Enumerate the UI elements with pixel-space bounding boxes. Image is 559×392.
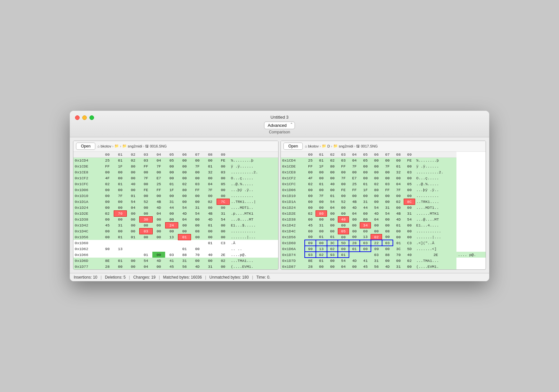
hex-cell[interactable]: 00 (382, 169, 393, 175)
hex-cell[interactable]: 00 (204, 193, 217, 199)
hex-cell[interactable]: 00 (360, 216, 371, 222)
hex-cell[interactable]: 00 (305, 216, 316, 222)
hex-cell[interactable]: 02 (178, 181, 191, 187)
hex-cell[interactable]: 00 (127, 264, 140, 269)
hex-cell[interactable]: 40 (404, 252, 415, 258)
hex-cell[interactable]: 00 (316, 205, 327, 210)
hex-cell[interactable]: 00 (327, 216, 338, 222)
hex-cell[interactable]: 13 (316, 246, 327, 252)
hex-cell[interactable]: 7F (114, 193, 126, 199)
hex-cell[interactable]: 00 (217, 205, 229, 210)
hex-cell[interactable]: 00 (152, 222, 165, 228)
hex-cell[interactable]: 00 (178, 157, 191, 163)
hex-cell[interactable]: 00 (338, 234, 349, 240)
hex-cell[interactable]: 4F (305, 175, 316, 181)
hex-cell[interactable]: 00 (327, 169, 338, 175)
hex-cell[interactable]: 04 (349, 157, 360, 163)
hex-cell[interactable]: 00 (393, 157, 404, 163)
hex-cell[interactable]: 00 (101, 205, 114, 210)
hex-cell[interactable]: 01 (165, 181, 178, 187)
hex-cell[interactable]: 90 (101, 246, 114, 252)
hex-cell[interactable]: 4D (349, 258, 360, 264)
hex-cell[interactable]: 00 (114, 175, 126, 181)
hex-cell[interactable]: 08 (382, 228, 393, 234)
hex-cell[interactable]: 03 (217, 169, 229, 175)
hex-cell[interactable]: 01 (393, 240, 404, 246)
hex-cell[interactable]: 00 (371, 157, 382, 163)
hex-cell[interactable]: 00 (393, 175, 404, 181)
hex-cell[interactable]: 25 (305, 157, 316, 163)
minimize-button[interactable] (82, 115, 87, 120)
hex-cell[interactable]: 00 (191, 157, 204, 163)
hex-cell[interactable]: 31 (114, 222, 126, 228)
hex-cell[interactable]: 00 (371, 222, 382, 228)
hex-cell[interactable]: 00 (316, 216, 327, 222)
hex-cell[interactable]: 00 (140, 169, 152, 175)
hex-cell[interactable]: 31 (371, 258, 382, 264)
hex-cell[interactable]: 40 (204, 252, 217, 258)
hex-cell[interactable]: 7F (349, 163, 360, 169)
hex-cell[interactable]: 00 (152, 252, 165, 258)
hex-cell[interactable]: 00 (217, 228, 229, 234)
hex-cell[interactable] (101, 252, 114, 258)
hex-cell[interactable]: 00 (327, 258, 338, 264)
hex-cell[interactable]: E7 (152, 175, 165, 181)
hex-cell[interactable]: 54 (178, 205, 191, 210)
hex-cell[interactable]: 30 (140, 216, 152, 222)
hex-cell[interactable]: 00 (382, 234, 393, 240)
hex-cell[interactable]: 00 (327, 210, 338, 216)
hex-cell[interactable]: 00 (316, 187, 327, 193)
hex-cell[interactable]: 00 (305, 187, 316, 193)
hex-cell[interactable]: 00 (178, 199, 191, 205)
mode-dropdown-wrapper[interactable]: Advanced (264, 122, 295, 129)
hex-cell[interactable]: 5D (404, 246, 415, 252)
hex-cell[interactable] (127, 240, 140, 246)
hex-cell[interactable]: 02 (305, 181, 316, 187)
hex-cell[interactable]: 00 (140, 222, 152, 228)
hex-cell[interactable]: 41 (165, 258, 178, 264)
hex-cell[interactable]: 00 (140, 234, 152, 240)
hex-cell[interactable]: 00 (316, 175, 327, 181)
hex-cell[interactable]: 00 (140, 181, 152, 187)
hex-cell[interactable]: 7F (152, 163, 165, 169)
hex-cell[interactable]: 01 (316, 157, 327, 163)
hex-cell[interactable]: 00 (338, 246, 349, 252)
hex-cell[interactable] (152, 240, 165, 246)
hex-cell[interactable]: 01 (114, 181, 126, 187)
hex-cell[interactable] (165, 246, 178, 252)
hex-cell[interactable]: 00 (338, 181, 349, 187)
hex-cell[interactable]: 80 (316, 210, 327, 216)
hex-cell[interactable]: 4D (152, 258, 165, 264)
hex-cell[interactable]: 00 (165, 228, 178, 234)
hex-cell[interactable]: 00 (382, 175, 393, 181)
hex-cell[interactable]: 00 (127, 216, 140, 222)
hex-cell[interactable]: 01 (178, 234, 191, 240)
hex-cell[interactable]: 00 (305, 199, 316, 205)
hex-cell[interactable]: 7F (204, 187, 217, 193)
hex-cell[interactable]: 52 (140, 199, 152, 205)
hex-cell[interactable]: 05 (217, 181, 229, 187)
hex-cell[interactable]: FE (404, 157, 415, 163)
hex-cell[interactable]: 00 (191, 175, 204, 181)
hex-cell[interactable]: FF (305, 163, 316, 169)
hex-cell[interactable]: 00 (338, 222, 349, 228)
hex-cell[interactable]: 00 (101, 234, 114, 240)
hex-cell[interactable]: 00 (217, 193, 229, 199)
hex-cell[interactable]: 00 (305, 234, 316, 240)
hex-cell[interactable]: 00 (393, 234, 404, 240)
hex-cell[interactable]: FF (338, 163, 349, 169)
hex-cell[interactable]: 00 (152, 228, 165, 234)
hex-cell[interactable]: 34 (360, 222, 371, 228)
hex-cell[interactable]: 00 (217, 163, 229, 169)
hex-cell[interactable]: 00 (191, 222, 204, 228)
hex-cell[interactable]: 28 (349, 240, 360, 246)
hex-cell[interactable]: 54 (382, 210, 393, 216)
hex-cell[interactable]: 00 (152, 169, 165, 175)
hex-cell[interactable]: 1F (316, 163, 327, 169)
hex-cell[interactable]: 00 (316, 240, 327, 246)
hex-cell[interactable]: 4B (152, 199, 165, 205)
hex-cell[interactable]: 00 (191, 193, 204, 199)
hex-cell[interactable]: 00 (371, 169, 382, 175)
right-open-button[interactable]: Open (283, 143, 303, 150)
hex-cell[interactable]: 54 (404, 216, 415, 222)
